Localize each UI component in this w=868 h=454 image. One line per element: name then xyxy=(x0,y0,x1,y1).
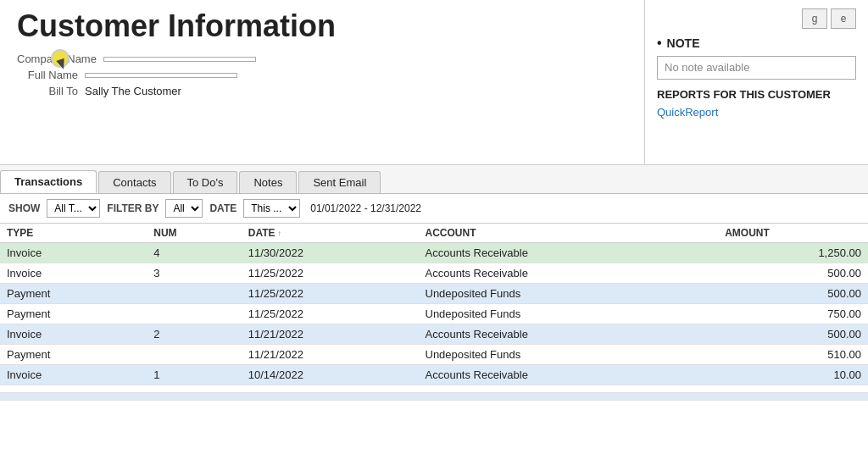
account-cell: Undeposited Funds xyxy=(419,284,719,304)
table-row[interactable]: Payment11/21/2022Undeposited Funds510.00 xyxy=(0,345,868,365)
amount-cell: 1,250.00 xyxy=(718,243,868,263)
table-row[interactable]: Payment11/25/2022Undeposited Funds750.00 xyxy=(0,304,868,324)
table-row[interactable]: Invoice311/25/2022Accounts Receivable500… xyxy=(0,263,868,284)
table-row[interactable]: Invoice411/30/2022Accounts Receivable1,2… xyxy=(0,243,868,263)
filter-by-select[interactable]: All xyxy=(165,199,203,218)
amount-cell: 500.00 xyxy=(718,284,868,304)
account-cell: Accounts Receivable xyxy=(419,324,719,345)
type-cell: Invoice xyxy=(0,365,147,385)
full-name-label: Full Name xyxy=(17,69,85,81)
date-cell xyxy=(242,385,419,393)
date-cell xyxy=(242,393,419,401)
table-row[interactable]: Payment11/25/2022Undeposited Funds500.00 xyxy=(0,284,868,304)
right-panel: g e • NOTE No note available REPORTS FOR… xyxy=(644,0,868,164)
tab-sent-email[interactable]: Sent Email xyxy=(298,171,381,193)
account-cell: Accounts Receivable xyxy=(419,243,719,263)
date-cell: 11/25/2022 xyxy=(242,304,419,324)
tab-todos[interactable]: To Do's xyxy=(173,171,238,193)
bill-to-row: Bill To Sally The Customer xyxy=(17,85,627,97)
bill-to-label: Bill To xyxy=(17,85,85,97)
col-type: TYPE xyxy=(0,224,147,243)
type-cell: Payment xyxy=(0,304,147,324)
page-title: Customer Information xyxy=(17,8,627,44)
note-label: • NOTE xyxy=(657,36,856,51)
type-cell: Invoice xyxy=(0,243,147,263)
expand-button[interactable]: e xyxy=(831,8,856,29)
amount-cell: 750.00 xyxy=(718,304,868,324)
filters-bar: SHOW All T... FILTER BY All DATE This ..… xyxy=(0,194,868,224)
filter-by-label: FILTER BY xyxy=(107,202,159,214)
full-name-value[interactable] xyxy=(85,73,237,78)
quick-report-link[interactable]: QuickReport xyxy=(657,106,718,119)
type-cell xyxy=(0,385,147,393)
amount-cell xyxy=(718,385,868,393)
date-cell: 11/25/2022 xyxy=(242,263,419,284)
table-header-row: TYPE NUM DATE ACCOUNT AMOUNT xyxy=(0,224,868,243)
num-cell xyxy=(147,304,242,324)
account-cell: Accounts Receivable xyxy=(419,365,719,385)
table-row[interactable]: Invoice211/21/2022Accounts Receivable500… xyxy=(0,324,868,345)
date-select[interactable]: This ... xyxy=(243,199,300,218)
date-cell: 10/14/2022 xyxy=(242,365,419,385)
left-panel: Customer Information Company Name Full N… xyxy=(0,0,644,164)
num-cell: 1 xyxy=(147,365,242,385)
note-text: No note available xyxy=(657,56,856,80)
amount-cell: 510.00 xyxy=(718,345,868,365)
full-name-row: Full Name xyxy=(17,69,627,81)
col-date[interactable]: DATE xyxy=(242,224,419,243)
col-amount: AMOUNT xyxy=(718,224,868,243)
num-cell: 3 xyxy=(147,263,242,284)
type-cell: Invoice xyxy=(0,263,147,284)
bill-to-value: Sally The Customer xyxy=(85,85,181,97)
table-row[interactable] xyxy=(0,385,868,393)
tab-transactions[interactable]: Transactions xyxy=(0,170,97,193)
date-cell: 11/21/2022 xyxy=(242,324,419,345)
amount-cell: 500.00 xyxy=(718,324,868,345)
tab-contacts[interactable]: Contacts xyxy=(98,171,170,193)
show-label: SHOW xyxy=(8,202,40,214)
transactions-table: TYPE NUM DATE ACCOUNT AMOUNT Invoice411/… xyxy=(0,224,868,401)
num-cell xyxy=(147,284,242,304)
num-cell: 4 xyxy=(147,243,242,263)
account-cell xyxy=(419,393,719,401)
account-cell: Accounts Receivable xyxy=(419,263,719,284)
type-cell: Payment xyxy=(0,284,147,304)
note-bullet: • xyxy=(657,36,662,51)
col-account: ACCOUNT xyxy=(419,224,719,243)
date-label: DATE xyxy=(209,202,236,214)
amount-cell: 10.00 xyxy=(718,365,868,385)
show-select[interactable]: All T... xyxy=(47,199,100,218)
type-cell: Payment xyxy=(0,345,147,365)
date-cell: 11/30/2022 xyxy=(242,243,419,263)
account-cell xyxy=(419,385,719,393)
note-title: NOTE xyxy=(667,36,700,50)
company-name-value[interactable] xyxy=(103,57,256,62)
date-cell: 11/21/2022 xyxy=(242,345,419,365)
type-cell: Invoice xyxy=(0,324,147,345)
right-panel-toolbar: g e xyxy=(657,8,856,29)
tabs-bar: Transactions Contacts To Do's Notes Sent… xyxy=(0,165,868,194)
reports-label: REPORTS FOR THIS CUSTOMER xyxy=(657,88,856,101)
account-cell: Undeposited Funds xyxy=(419,345,719,365)
date-cell: 11/25/2022 xyxy=(242,284,419,304)
amount-cell xyxy=(718,393,868,401)
account-cell: Undeposited Funds xyxy=(419,304,719,324)
amount-cell: 500.00 xyxy=(718,263,868,284)
cursor-indicator xyxy=(51,49,71,69)
tab-notes[interactable]: Notes xyxy=(239,171,297,193)
table-row[interactable]: Invoice110/14/2022Accounts Receivable10.… xyxy=(0,365,868,385)
col-num: NUM xyxy=(147,224,242,243)
num-cell xyxy=(147,385,242,393)
company-name-row: Company Name xyxy=(17,53,627,65)
num-cell: 2 xyxy=(147,324,242,345)
num-cell xyxy=(147,393,242,401)
transactions-table-wrap: TYPE NUM DATE ACCOUNT AMOUNT Invoice411/… xyxy=(0,224,868,451)
edit-button[interactable]: g xyxy=(802,8,827,29)
num-cell xyxy=(147,345,242,365)
type-cell xyxy=(0,393,147,401)
table-row[interactable] xyxy=(0,393,868,401)
date-range: 01/01/2022 - 12/31/2022 xyxy=(310,202,421,214)
